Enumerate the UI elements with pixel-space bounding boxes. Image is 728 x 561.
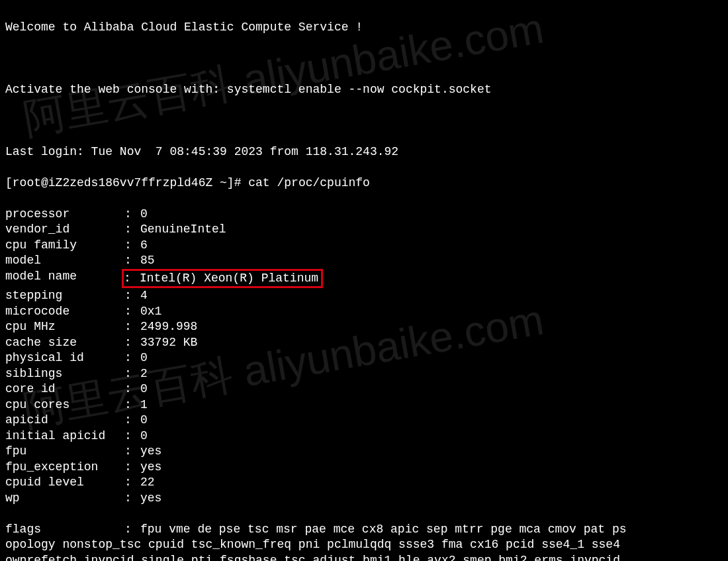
cpuinfo-value: Intel(R) Xeon(R) Platinum xyxy=(140,272,318,285)
cpuinfo-sep: : xyxy=(124,288,140,304)
cpuinfo-key: physical id xyxy=(5,350,124,366)
prompt-line[interactable]: [root@iZ2zeds186vv7ffrzpld46Z ~]# cat /p… xyxy=(5,176,723,191)
cpuinfo-sep: : xyxy=(124,382,140,397)
cpuinfo-value: 1 xyxy=(140,397,723,413)
cpuinfo-row: core id: 0 xyxy=(5,382,723,397)
cpuinfo-sep: : xyxy=(124,304,140,320)
cpuinfo-sep: : xyxy=(124,491,140,507)
cpuinfo-value: 33792 KB xyxy=(140,335,723,351)
command-text: cat /proc/cpuinfo xyxy=(248,176,370,189)
cpuinfo-sep: : xyxy=(124,413,140,429)
cpuinfo-sep: : xyxy=(124,522,140,538)
terminal-output: Welcome to Alibaba Cloud Elastic Compute… xyxy=(0,0,728,561)
cpuinfo-sep: : xyxy=(124,350,140,366)
cpuinfo-value: yes xyxy=(140,460,723,476)
cpuinfo-key: cpu MHz xyxy=(5,319,124,335)
cpu-model-highlight: : Intel(R) Xeon(R) Platinum xyxy=(122,269,323,289)
cpuinfo-key: microcode xyxy=(5,304,124,320)
cpuinfo-value: 0x1 xyxy=(140,304,723,320)
cpuinfo-sep: : xyxy=(124,207,140,223)
cpuinfo-sep: : xyxy=(124,460,140,476)
cpuinfo-value: 6 xyxy=(140,238,723,254)
cpuinfo-value: yes xyxy=(140,444,723,460)
cpuinfo-key: siblings xyxy=(5,366,124,382)
cpuinfo-key: model xyxy=(5,253,124,269)
cpuinfo-key: processor xyxy=(5,207,124,223)
cpuinfo-value: 0 xyxy=(140,413,723,429)
cpuinfo-value: 0 xyxy=(140,207,723,223)
cpuinfo-sep: : xyxy=(124,444,140,460)
cpuinfo-row: physical id: 0 xyxy=(5,350,723,366)
cpuinfo-row: initial apicid: 0 xyxy=(5,429,723,444)
blank-line xyxy=(5,113,723,129)
cpuinfo-key: wp xyxy=(5,491,124,507)
cpuinfo-value: 2 xyxy=(140,366,723,382)
cpuinfo-value: 22 xyxy=(140,475,723,491)
cpuinfo-key: vendor_id xyxy=(5,222,124,238)
cpuinfo-key: initial apicid xyxy=(5,429,124,444)
cpuinfo-key: cache size xyxy=(5,335,124,351)
last-login-line: Last login: Tue Nov 7 08:45:39 2023 from… xyxy=(5,144,723,160)
cpuinfo-row: vendor_id: GenuineIntel xyxy=(5,222,723,238)
cpuinfo-row: stepping: 4 xyxy=(5,288,723,304)
cpuinfo-value: fpu vme de pse tsc msr pae mce cx8 apic … xyxy=(140,522,723,538)
cpuinfo-row: wp: yes xyxy=(5,491,723,507)
cpuinfo-key: fpu xyxy=(5,444,124,460)
cpuinfo-value: yes xyxy=(140,491,723,507)
cpuinfo-key: apicid xyxy=(5,413,124,429)
cpuinfo-block: processor: 0vendor_id: GenuineIntelcpu f… xyxy=(5,207,723,507)
cpuinfo-row: processor: 0 xyxy=(5,207,723,223)
cpuinfo-value: 0 xyxy=(140,350,723,366)
cpuinfo-key: stepping xyxy=(5,288,124,304)
cpuinfo-sep: : xyxy=(124,319,140,335)
cpuinfo-row: fpu: yes xyxy=(5,444,723,460)
cpuinfo-sep: : xyxy=(124,271,140,287)
cpuinfo-row: apicid: 0 xyxy=(5,413,723,429)
flags-continuation: opology nonstop_tsc cpuid tsc_known_freq… xyxy=(5,537,723,553)
cpuinfo-row-flags: flags: fpu vme de pse tsc msr pae mce cx… xyxy=(5,522,723,538)
cpuinfo-value: 85 xyxy=(140,253,723,269)
cpuinfo-row: model: 85 xyxy=(5,253,723,269)
cpuinfo-sep: : xyxy=(124,397,140,413)
cpuinfo-key: cpuid level xyxy=(5,475,124,491)
cpuinfo-sep: : xyxy=(124,429,140,444)
cpuinfo-row: cpuid level: 22 xyxy=(5,475,723,491)
cpuinfo-sep: : xyxy=(124,366,140,382)
shell-prompt: [root@iZ2zeds186vv7ffrzpld46Z ~]# xyxy=(5,176,248,189)
flags-continuation: owprefetch invpcid_single pti fsgsbase t… xyxy=(5,553,723,562)
cpuinfo-key: fpu_exception xyxy=(5,460,124,476)
cpuinfo-value: 4 xyxy=(140,288,723,304)
cpuinfo-sep: : xyxy=(124,253,140,269)
cpuinfo-row: siblings: 2 xyxy=(5,366,723,382)
cpuinfo-row: microcode: 0x1 xyxy=(5,304,723,320)
cpuinfo-value: GenuineIntel xyxy=(140,222,723,238)
cpuinfo-key: core id xyxy=(5,382,124,397)
flags-block: flags: fpu vme de pse tsc msr pae mce cx… xyxy=(5,522,723,562)
cpuinfo-value: 0 xyxy=(140,429,723,444)
welcome-line: Welcome to Alibaba Cloud Elastic Compute… xyxy=(5,20,723,36)
cpuinfo-row: cpu family: 6 xyxy=(5,238,723,254)
cpuinfo-sep: : xyxy=(124,222,140,238)
cpuinfo-sep: : xyxy=(124,335,140,351)
cpuinfo-sep: : xyxy=(124,475,140,491)
cpuinfo-row: cpu MHz: 2499.998 xyxy=(5,319,723,335)
cpuinfo-row: cpu cores: 1 xyxy=(5,397,723,413)
cpuinfo-key: model name xyxy=(5,269,124,289)
cpuinfo-row: model name: Intel(R) Xeon(R) Platinum xyxy=(5,269,723,289)
activate-line: Activate the web console with: systemctl… xyxy=(5,82,723,98)
cpuinfo-key: cpu family xyxy=(5,238,124,254)
cpuinfo-sep: : xyxy=(124,238,140,254)
cpuinfo-row: cache size: 33792 KB xyxy=(5,335,723,351)
cpuinfo-value: 2499.998 xyxy=(140,319,723,335)
cpuinfo-key: flags xyxy=(5,522,124,538)
blank-line xyxy=(5,51,723,67)
cpuinfo-value: 0 xyxy=(140,382,723,397)
cpuinfo-key: cpu cores xyxy=(5,397,124,413)
cpuinfo-row: fpu_exception: yes xyxy=(5,460,723,476)
